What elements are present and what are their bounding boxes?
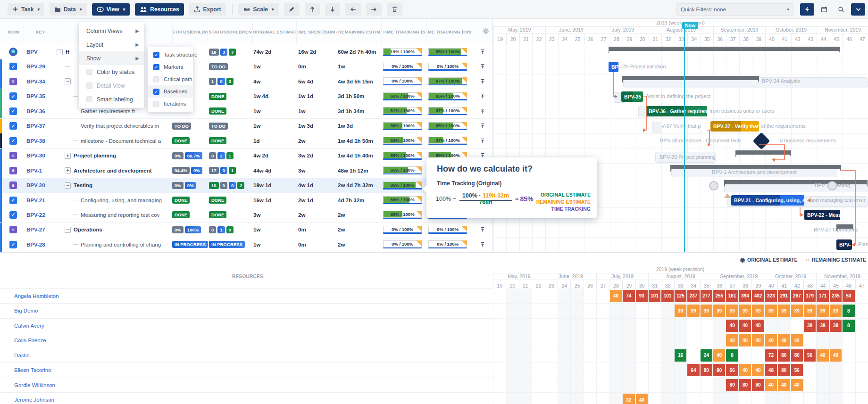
- task-name-cell[interactable]: Configuring, using, and managing: [73, 193, 172, 207]
- issue-key-link[interactable]: BPV-34: [26, 79, 45, 84]
- submenu-item-markers[interactable]: ✓Markers: [148, 61, 193, 73]
- task-bar[interactable]: BPV-37 - Verify that: [710, 121, 759, 132]
- workload-cell[interactable]: 40: [752, 334, 764, 346]
- workload-cell[interactable]: 80: [791, 349, 803, 362]
- time-tracking-bar[interactable]: 19% / 100%: [383, 48, 422, 55]
- submenu-item-iterations[interactable]: Iterations: [148, 98, 193, 110]
- workload-cell[interactable]: 179: [804, 290, 816, 302]
- column-header-status1[interactable]: STATUS|CHILDR: [172, 19, 208, 44]
- milestone-diamond[interactable]: [753, 132, 770, 150]
- workload-cell[interactable]: 171: [817, 290, 828, 302]
- task-bar[interactable]: BPV: [609, 62, 618, 72]
- workload-cell[interactable]: 40: [830, 349, 842, 362]
- timeline-week-label[interactable]: 27: [596, 280, 609, 289]
- radio-original-estimate[interactable]: ◉ORIGINAL ESTIMATE: [740, 257, 798, 263]
- workload-cell[interactable]: 40: [765, 334, 777, 346]
- task-name-cell[interactable]: Verify that project deliverables m: [73, 119, 172, 133]
- menu-item-color-by-status[interactable]: Color by status: [79, 65, 144, 79]
- workload-cell[interactable]: 40: [739, 364, 751, 376]
- expand-expander[interactable]: +: [65, 167, 71, 173]
- timeline-week-label[interactable]: 20: [506, 33, 519, 44]
- workload-cell[interactable]: 40: [739, 320, 751, 332]
- time-tracking-bar[interactable]: 50% / 100%: [383, 211, 422, 218]
- timeline-week-label[interactable]: 29: [623, 33, 635, 44]
- workload-cell[interactable]: 267: [791, 290, 803, 302]
- scroll-to-task-icon[interactable]: [473, 45, 492, 59]
- resource-row[interactable]: Gordie Wilkinson: [0, 378, 492, 393]
- menu-item-layout[interactable]: Layout▶: [79, 38, 144, 51]
- scroll-to-task-icon[interactable]: [473, 223, 492, 237]
- timeline-week-label[interactable]: 45: [830, 33, 843, 44]
- timeline-week-label[interactable]: 41: [778, 33, 791, 44]
- marker-circle[interactable]: [709, 181, 718, 190]
- delete-button[interactable]: [387, 3, 402, 16]
- resources-button[interactable]: Resources: [135, 3, 184, 16]
- timeline-week-label[interactable]: 23: [545, 280, 558, 289]
- view-button[interactable]: View▾: [92, 3, 130, 16]
- time-tracking-bar[interactable]: 52% / 100%: [383, 137, 422, 144]
- timeline-week-label[interactable]: 42: [791, 280, 803, 289]
- task-bar[interactable]: BPV-36 - Gather requirements: [646, 106, 707, 116]
- resource-name-link[interactable]: Dastin: [14, 348, 30, 363]
- workload-cell[interactable]: 8: [843, 305, 854, 317]
- timeline-week-label[interactable]: 32: [661, 280, 674, 289]
- timeline-week-label[interactable]: 44: [816, 280, 829, 289]
- time-tracking-bar[interactable]: 0% / 100%: [383, 77, 422, 84]
- column-settings-gear-icon[interactable]: [482, 27, 490, 37]
- workload-cell[interactable]: 40: [817, 349, 828, 362]
- workload-cell[interactable]: 235: [830, 290, 842, 302]
- timeline-week-label[interactable]: 47: [855, 280, 868, 289]
- workload-cell[interactable]: 80: [726, 379, 738, 391]
- timeline-week-label[interactable]: 26: [584, 33, 597, 44]
- issue-key-link[interactable]: BPV-22: [26, 212, 45, 218]
- edit-button[interactable]: [284, 3, 300, 16]
- timeline-week-label[interactable]: 42: [791, 33, 804, 44]
- time-tracking-bar[interactable]: 0% / 100%: [383, 240, 422, 247]
- table-row[interactable]: ✓BPV-35DONE1w 4d1w 1d3d 1h 50m65% / 100%…: [0, 89, 492, 104]
- resource-row[interactable]: Eileen Tacorino: [0, 363, 492, 378]
- time-tracking-bar[interactable]: 61% / 100%: [383, 107, 422, 114]
- column-header-tt2[interactable]: TIME TRACKING (ORIG: [426, 19, 472, 44]
- issue-key-link[interactable]: BPV-21: [26, 198, 45, 203]
- timeline-week-label[interactable]: 27: [597, 33, 609, 44]
- timeline-week-label[interactable]: 30: [636, 33, 649, 44]
- workload-cell[interactable]: 38: [804, 320, 816, 332]
- workload-cell[interactable]: 48: [765, 364, 777, 376]
- time-tracking-bar[interactable]: 50% / 100%: [383, 122, 422, 129]
- scroll-to-task-icon[interactable]: [473, 104, 492, 118]
- timeline-week-label[interactable]: 31: [649, 33, 661, 44]
- timeline-week-label[interactable]: 33: [675, 33, 687, 44]
- scale-button[interactable]: Scale▾: [238, 3, 279, 16]
- workload-cell[interactable]: 8: [726, 349, 738, 362]
- expand-expander[interactable]: +: [65, 153, 71, 159]
- menu-item-smart-labeling[interactable]: Smart labeling: [79, 92, 144, 106]
- workload-cell[interactable]: 40: [713, 349, 725, 362]
- workload-cell[interactable]: 255: [713, 290, 725, 302]
- timeline-week-label[interactable]: 22: [532, 280, 544, 289]
- workload-cell[interactable]: 56: [791, 364, 803, 376]
- workload-cell[interactable]: 39: [713, 305, 725, 317]
- timeline-week-label[interactable]: 24: [558, 33, 571, 44]
- workload-cell[interactable]: 64: [687, 364, 699, 376]
- resource-row[interactable]: Big Demo: [0, 304, 492, 319]
- column-header-remain[interactable]: REMAINING ESTIM: [337, 19, 381, 44]
- workload-cell[interactable]: 24: [701, 349, 712, 362]
- column-header-spent[interactable]: TIME SPENT|SUM (: [296, 19, 337, 44]
- workload-cell[interactable]: 39: [765, 305, 777, 317]
- table-row[interactable]: ✓BPV-37Verify that project deliverables …: [0, 119, 492, 134]
- table-row[interactable]: ✓BPV-38milestone - Document technical aD…: [0, 133, 492, 148]
- table-row[interactable]: ≡BPV-20−Testing0%0%1000219w 1d4w 1d2w 4d…: [0, 178, 492, 193]
- workload-cell[interactable]: 39: [726, 305, 738, 317]
- task-name-cell[interactable]: Planning and controlling of chang: [73, 237, 172, 252]
- calendar-button[interactable]: [817, 3, 831, 16]
- workload-cell[interactable]: 80: [752, 379, 764, 391]
- collapse-expander[interactable]: −: [57, 49, 63, 55]
- workload-cell[interactable]: 40: [778, 334, 790, 346]
- column-header-status2[interactable]: STATUS|CHILDREN: [208, 19, 252, 44]
- time-tracking-bar[interactable]: 0% / 100%: [428, 226, 467, 233]
- scroll-to-task-icon[interactable]: [473, 74, 492, 89]
- timeline-week-label[interactable]: 19: [493, 280, 506, 289]
- task-name-cell[interactable]: −Testing: [65, 178, 172, 193]
- workload-cell[interactable]: 56: [804, 349, 816, 362]
- workload-cell[interactable]: 323: [765, 290, 777, 302]
